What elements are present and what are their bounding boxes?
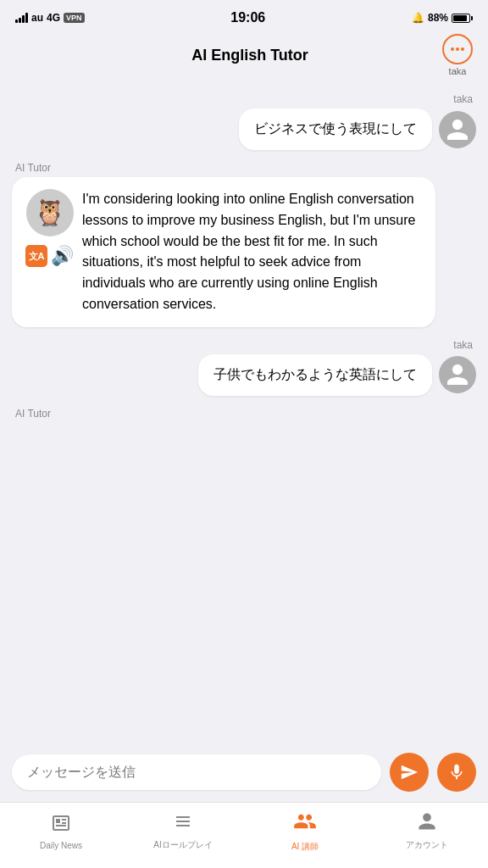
user-avatar-1 (439, 111, 476, 148)
user-message-text-1: ビジネスで使う表現にして (254, 121, 417, 136)
translate-label: 文A (29, 249, 45, 264)
status-right: 🔔 88% (412, 12, 473, 24)
ai-sender-label-2: AI Tutor (12, 408, 51, 420)
tab-ai-roleplay[interactable]: AIロールプレイ (122, 811, 244, 851)
carrier: au (31, 12, 43, 24)
tab-account[interactable]: アカウント (366, 811, 488, 851)
header-right: taka (442, 34, 473, 76)
tab-ai-tutor-label: AI 講師 (291, 841, 319, 853)
message-input[interactable] (12, 754, 381, 790)
header-title: AI English Tutor (191, 47, 308, 64)
input-area (0, 744, 488, 802)
ai-tutor-icon (293, 810, 317, 838)
account-icon (417, 811, 437, 837)
user-avatar-2 (439, 356, 476, 393)
tab-daily-news[interactable]: Daily News (0, 813, 122, 850)
header-username: taka (449, 66, 467, 76)
tab-bar: Daily News AIロールプレイ AI 講師 アカウント (0, 802, 488, 868)
ai-action-icons: 文A 🔊 (25, 242, 74, 270)
vpn-badge: VPN (64, 13, 85, 23)
send-icon (400, 763, 419, 782)
alarm-icon: 🔔 (412, 12, 424, 24)
owl-avatar: 🦉 (26, 189, 74, 236)
status-bar: au 4G VPN 19:06 🔔 88% (0, 0, 488, 31)
ai-roleplay-icon (173, 811, 193, 837)
signal-bars (15, 13, 28, 23)
battery-icon (452, 14, 473, 23)
ai-bubble-1: 🦉 文A 🔊 I'm considering looking into onli… (12, 177, 435, 327)
mic-icon (447, 763, 466, 782)
ai-message-2-wrapper: AI Tutor (12, 408, 476, 423)
user-message-text-2: 子供でもわかるような英語にして (214, 367, 417, 381)
user-bubble-2: 子供でもわかるような英語にして (198, 354, 432, 396)
chat-area: taka ビジネスで使う表現にして AI Tutor 🦉 文A 🔊 (0, 85, 488, 744)
translate-icon[interactable]: 文A (25, 245, 47, 267)
tab-ai-roleplay-label: AIロールプレイ (153, 839, 212, 851)
ai-message-1: AI Tutor 🦉 文A 🔊 I'm considering looking … (12, 162, 476, 327)
ai-icon-col: 🦉 文A 🔊 (25, 189, 74, 270)
send-button[interactable] (390, 753, 429, 792)
ai-message-text-1: I'm considering looking into online Engl… (82, 189, 422, 315)
sender-label-taka-2: taka (450, 339, 476, 351)
user-message-2: taka 子供でもわかるような英語にして (12, 339, 476, 396)
user-message-1: taka ビジネスで使う表現にして (12, 93, 476, 150)
status-left: au 4G VPN (15, 12, 85, 24)
ai-sender-label-1: AI Tutor (12, 162, 51, 174)
user-bubble-1: ビジネスで使う表現にして (239, 108, 432, 150)
sender-label-taka-1: taka (450, 93, 476, 105)
mic-button[interactable] (437, 753, 476, 792)
status-time: 19:06 (230, 10, 265, 25)
speaker-icon[interactable]: 🔊 (51, 242, 74, 270)
menu-button[interactable] (442, 34, 473, 64)
app-header: AI English Tutor taka (0, 31, 488, 85)
tab-daily-news-label: Daily News (40, 841, 82, 850)
network-type: 4G (47, 12, 60, 24)
battery-percent: 88% (428, 12, 448, 24)
tab-account-label: アカウント (406, 839, 448, 851)
daily-news-icon (51, 813, 71, 838)
tab-ai-tutor[interactable]: AI 講師 (244, 810, 366, 853)
